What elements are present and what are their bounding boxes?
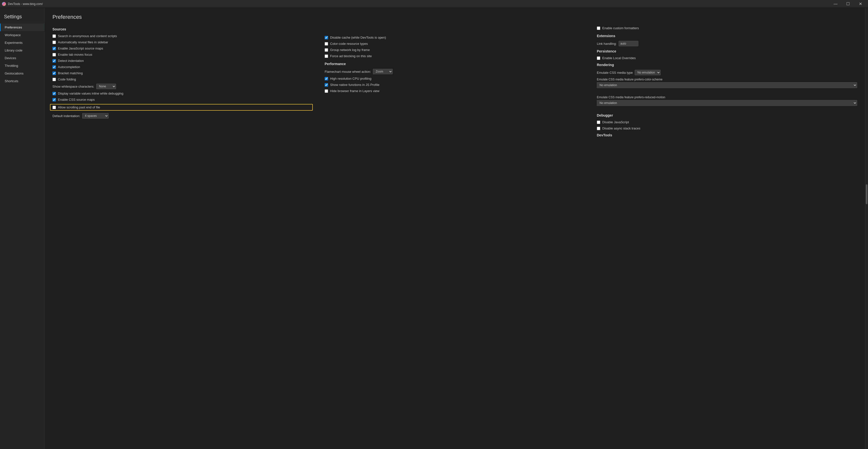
color-code-label[interactable]: Color-code resource types — [330, 42, 368, 46]
allow-scroll-label[interactable]: Allow scrolling past end of file — [58, 106, 100, 109]
emulate-reduced-motion-section: Emulate CSS media feature prefers-reduce… — [597, 95, 857, 109]
css-source-maps-checkbox[interactable] — [53, 98, 56, 101]
main-layout: Settings Preferences Workspace Experimen… — [0, 8, 868, 449]
native-funcs-label[interactable]: Show native functions in JS Profile — [330, 83, 379, 87]
disable-js-checkbox[interactable] — [597, 121, 600, 124]
hide-browser-frame-label[interactable]: Hide browser frame in Layers view — [330, 89, 379, 93]
sidebar-item-preferences[interactable]: Preferences — [0, 24, 44, 31]
whitespace-label: Show whitespace characters: — [53, 85, 94, 88]
custom-formatters-label[interactable]: Enable custom formatters — [602, 26, 639, 30]
indentation-label: Default indentation: — [53, 114, 80, 118]
checkbox-tab-focus: Enable tab moves focus — [53, 53, 313, 56]
custom-formatters-checkbox[interactable] — [597, 27, 600, 30]
auto-reveal-label[interactable]: Automatically reveal files in sidebar — [58, 40, 108, 44]
local-overrides-checkbox[interactable] — [597, 56, 600, 60]
autocompletion-checkbox[interactable] — [53, 65, 56, 69]
code-folding-label[interactable]: Code folding — [58, 78, 76, 81]
js-source-maps-checkbox[interactable] — [53, 47, 56, 50]
emulate-reduced-motion-select[interactable]: No emulation prefers-reduced-motion: red… — [597, 100, 857, 106]
checkbox-code-folding: Code folding — [53, 78, 313, 81]
minimize-button[interactable]: — — [830, 0, 841, 8]
group-network-label[interactable]: Group network log by frame — [330, 48, 370, 52]
checkbox-auto-reveal: Automatically reveal files in sidebar — [53, 40, 313, 44]
checkbox-local-overrides: Enable Local Overrides — [597, 56, 857, 60]
checkbox-group-network: Group network log by frame — [324, 48, 585, 52]
maximize-button[interactable]: ☐ — [842, 0, 854, 8]
tab-focus-label[interactable]: Enable tab moves focus — [58, 53, 92, 56]
checkbox-hide-browser-frame: Hide browser frame in Layers view — [324, 89, 585, 93]
disable-js-label[interactable]: Disable JavaScript — [602, 120, 629, 124]
sidebar-item-devices[interactable]: Devices — [0, 54, 44, 62]
tab-focus-checkbox[interactable] — [53, 53, 56, 56]
detect-indent-label[interactable]: Detect indentation — [58, 59, 84, 63]
disable-async-checkbox[interactable] — [597, 127, 600, 130]
scrollbar-track[interactable] — [865, 8, 868, 449]
force-ad-block-checkbox[interactable] — [324, 55, 328, 58]
sidebar-item-workspace[interactable]: Workspace — [0, 31, 44, 39]
auto-reveal-checkbox[interactable] — [53, 40, 56, 44]
search-anon-label[interactable]: Search in anonymous and content scripts — [58, 34, 117, 38]
emulate-css-media-select[interactable]: No emulation print screen — [635, 70, 661, 75]
checkbox-color-code: Color-code resource types — [324, 42, 585, 46]
link-handling-input[interactable] — [619, 41, 639, 46]
js-source-maps-label[interactable]: Enable JavaScript source maps — [58, 47, 103, 50]
native-funcs-checkbox[interactable] — [324, 83, 328, 87]
emulate-reduced-motion-label: Emulate CSS media feature prefers-reduce… — [597, 95, 857, 99]
flamechart-select[interactable]: Zoom Scroll — [373, 69, 393, 74]
display-var-label[interactable]: Display variable values inline while deb… — [58, 92, 123, 95]
network-top-text: ​ — [324, 26, 585, 33]
sidebar-item-shortcuts[interactable]: Shortcuts — [0, 77, 44, 85]
high-res-cpu-checkbox[interactable] — [324, 77, 328, 81]
force-ad-block-label[interactable]: Force ad blocking on this site — [330, 54, 372, 58]
sidebar-item-throttling[interactable]: Throttling — [0, 62, 44, 69]
hide-browser-frame-checkbox[interactable] — [324, 89, 328, 93]
display-var-checkbox[interactable] — [53, 92, 56, 95]
code-folding-checkbox[interactable] — [53, 78, 56, 81]
link-handling-label: Link handling: — [597, 42, 617, 46]
scrollbar-thumb[interactable] — [866, 184, 868, 204]
window-controls: — ☐ ✕ — [830, 0, 866, 8]
app-container: Settings Preferences Workspace Experimen… — [0, 8, 868, 449]
extensions-section-title: Extensions — [597, 34, 857, 38]
link-handling-row: Link handling: — [597, 41, 857, 46]
sidebar: Settings Preferences Workspace Experimen… — [0, 8, 44, 449]
indentation-select[interactable]: 4 spaces 2 spaces 8 spaces Tab character — [82, 113, 108, 119]
allow-scroll-checkbox[interactable] — [53, 106, 56, 109]
emulate-prefers-color-label: Emulate CSS media feature prefers-color-… — [597, 78, 857, 81]
high-res-cpu-label[interactable]: High resolution CPU profiling — [330, 77, 371, 81]
emulate-css-media-row: Emulate CSS media type No emulation prin… — [597, 70, 857, 75]
emulate-css-media-label: Emulate CSS media type — [597, 71, 633, 74]
sidebar-item-library-code[interactable]: Library code — [0, 47, 44, 54]
group-network-checkbox[interactable] — [324, 48, 328, 52]
disable-async-label[interactable]: Disable async stack traces — [602, 126, 640, 130]
checkbox-disable-async: Disable async stack traces — [597, 126, 857, 130]
css-source-maps-label[interactable]: Enable CSS source maps — [58, 98, 95, 101]
search-anon-checkbox[interactable] — [53, 34, 56, 38]
settings-columns: Sources Search in anonymous and content … — [53, 26, 857, 140]
sidebar-header: Settings — [0, 12, 44, 24]
debugger-section-title: Debugger — [597, 113, 857, 117]
checkbox-detect-indent: Detect indentation — [53, 59, 313, 63]
whitespace-select[interactable]: None All Trailing — [96, 84, 116, 89]
titlebar: DevTools - www.bing.com/ — ☐ ✕ — [0, 0, 868, 8]
bracket-match-label[interactable]: Bracket matching — [58, 71, 83, 75]
bracket-match-checkbox[interactable] — [53, 71, 56, 75]
flamechart-label: Flamechart mouse wheel action: — [324, 70, 371, 73]
color-code-checkbox[interactable] — [324, 42, 328, 46]
disable-cache-checkbox[interactable] — [324, 36, 328, 39]
disable-cache-label[interactable]: Disable cache (while DevTools is open) — [330, 36, 386, 39]
performance-section-title: Performance — [324, 62, 585, 66]
col-sources: Sources Search in anonymous and content … — [53, 26, 313, 140]
devtools-section-title: DevTools — [597, 133, 857, 137]
detect-indent-checkbox[interactable] — [53, 59, 56, 63]
sidebar-item-experiments[interactable]: Experiments — [0, 39, 44, 47]
local-overrides-label[interactable]: Enable Local Overrides — [602, 56, 636, 60]
whitespace-row: Show whitespace characters: None All Tra… — [53, 84, 313, 89]
close-button[interactable]: ✕ — [855, 0, 866, 8]
sidebar-item-geolocations[interactable]: Geolocations — [0, 69, 44, 77]
checkbox-js-source-maps: Enable JavaScript source maps — [53, 47, 313, 50]
emulate-prefers-color-select[interactable]: No emulation prefers-color-scheme: dark … — [597, 82, 857, 88]
emulate-prefers-color-section: Emulate CSS media feature prefers-color-… — [597, 78, 857, 91]
indentation-row: Default indentation: 4 spaces 2 spaces 8… — [53, 113, 313, 119]
autocompletion-label[interactable]: Autocompletion — [58, 65, 80, 69]
